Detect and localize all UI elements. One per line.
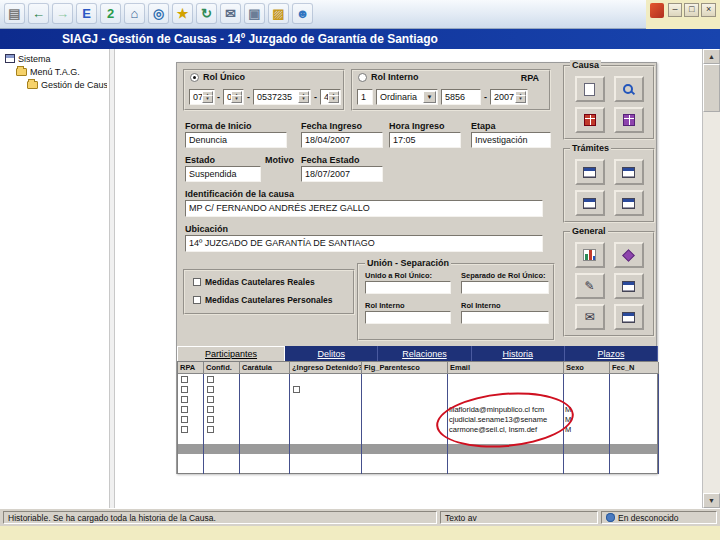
etapa-field[interactable]: Investigación [471,132,551,148]
tramite-button-2[interactable] [614,159,644,185]
tramite-button-1[interactable] [575,159,605,185]
mail-button[interactable]: ✉ [575,304,605,330]
grid-row-6[interactable]: carmone@seil.cl, lnsm.defM [178,424,657,434]
rol-interno-right-field[interactable] [461,311,549,324]
scroll-up-icon[interactable]: ▲ [703,49,720,64]
grid-row-8[interactable] [178,444,657,454]
print-icon[interactable]: ▣ [244,3,265,24]
red-grid-button[interactable] [575,107,605,133]
edit-button[interactable]: ✎ [575,273,605,299]
rpa-checkbox[interactable] [181,406,188,413]
diamond-button[interactable] [614,242,644,268]
grid-row-9[interactable] [178,454,657,464]
tramite-button-3[interactable] [575,190,605,216]
rol-unico-radio[interactable] [190,73,199,82]
forward-icon[interactable]: → [52,3,73,24]
rol-unico-part4-spinner[interactable]: 4 [320,89,341,105]
minimize-button[interactable]: – [668,3,683,17]
separado-field[interactable] [461,281,549,294]
confid-checkbox[interactable] [207,406,214,413]
app-2-icon[interactable]: 2 [100,3,121,24]
favorites-icon[interactable]: ★ [172,3,193,24]
rol-unico-part1-spinner[interactable]: 07 [189,89,215,105]
tree-item-2[interactable]: Menú T.A.G. [2,65,107,78]
rpa-checkbox[interactable] [181,396,188,403]
messenger-icon[interactable]: ☻ [292,3,313,24]
confid-checkbox[interactable] [207,416,214,423]
app-e-icon[interactable]: E [76,3,97,24]
fecha-ingreso-field[interactable]: 18/04/2007 [301,132,383,148]
scroll-thumb[interactable] [703,64,720,112]
tab-plazos[interactable]: Plazos [565,346,658,361]
history-icon[interactable]: ↻ [196,3,217,24]
column-header-rpa[interactable]: RPA [178,362,204,374]
page-icon[interactable]: ▤ [4,3,25,24]
confid-checkbox[interactable] [207,426,214,433]
confid-checkbox[interactable] [207,386,214,393]
column-header-caratula[interactable]: Carátula [240,362,290,374]
confid-checkbox[interactable] [207,376,214,383]
browser-toolbar: ▤←→E2⌂◎★↻✉▣▨☻ – □ × [0,0,720,29]
column-header-flg[interactable]: Flg_Parentesco [362,362,448,374]
search-icon[interactable]: ◎ [148,3,169,24]
rpa-checkbox[interactable] [181,426,188,433]
column-header-fec[interactable]: Fec_N [610,362,659,374]
grid-row-5[interactable]: cjudicial.sename13@senameM [178,414,657,424]
rol-interno-num-field[interactable]: 5856 [441,89,481,105]
column-header-email[interactable]: Email [448,362,564,374]
anio-spinner[interactable]: 2007 [490,89,528,105]
folder-icon[interactable]: ▨ [268,3,289,24]
medidas-personales-checkbox[interactable] [193,296,201,304]
vertical-scrollbar[interactable]: ▲ ▼ [702,49,720,508]
unido-field[interactable] [365,281,451,294]
grid-button[interactable] [614,273,644,299]
rol-unico-part3-spinner[interactable]: 0537235 [253,89,311,105]
grid-row-1[interactable] [178,374,657,384]
home-icon[interactable]: ⌂ [124,3,145,24]
splitter[interactable] [109,49,115,508]
grid-row-7[interactable] [178,434,657,444]
grid-row-2[interactable] [178,384,657,394]
confid-checkbox[interactable] [207,396,214,403]
rol-interno-left-field[interactable] [365,311,451,324]
rol-interno-radio[interactable] [358,73,367,82]
detenido-checkbox[interactable] [293,386,300,393]
tramite-button-4[interactable] [614,190,644,216]
tipo-causa-dropdown[interactable]: Ordinaria [376,89,438,105]
rol-interno-seq-field[interactable]: 1 [357,89,373,105]
new-doc-button[interactable] [575,76,605,102]
identificacion-field[interactable]: MP C/ FERNANDO ANDRÉS JEREZ GALLO [185,200,543,217]
search-causa-button[interactable] [614,76,644,102]
tree-item-3[interactable]: Gestión de Causas [2,78,107,91]
scroll-down-icon[interactable]: ▼ [703,493,720,508]
column-header-detenido[interactable]: ¿Ingreso Detenido? [290,362,362,374]
hora-ingreso-field[interactable]: 17:05 [389,132,461,148]
restore-button[interactable]: □ [684,3,699,17]
fecha-estado-field[interactable]: 18/07/2007 [301,166,383,182]
medidas-reales-checkbox[interactable] [193,278,201,286]
column-header-sexo[interactable]: Sexo [564,362,610,374]
back-icon[interactable]: ← [28,3,49,24]
rpa-checkbox[interactable] [181,386,188,393]
cell-fec [610,454,659,464]
grid-row-10[interactable] [178,464,657,474]
list-button[interactable] [614,304,644,330]
column-header-confid[interactable]: Confid. [204,362,240,374]
tab-relaciones[interactable]: Relaciones [378,346,471,361]
chart-button[interactable] [575,242,605,268]
rol-unico-part2-spinner[interactable]: 0 [223,89,244,105]
purple-grid-button[interactable] [614,107,644,133]
tab-historia[interactable]: Historia [472,346,565,361]
estado-field[interactable]: Suspendida [185,166,261,182]
tab-delitos[interactable]: Delitos [285,346,378,361]
forma-inicio-field[interactable]: Denuncia [185,132,287,148]
rpa-checkbox[interactable] [181,376,188,383]
close-button[interactable]: × [701,3,716,17]
tree-item-1[interactable]: Sistema [2,52,107,65]
tab-participantes[interactable]: Participantes [177,346,285,361]
mail-icon[interactable]: ✉ [220,3,241,24]
grid-row-3[interactable] [178,394,657,404]
ubicacion-field[interactable]: 14º JUZGADO DE GARANTÍA DE SANTIAGO [185,235,543,252]
grid-row-4[interactable]: fllaflorida@minpublico.cl fcmM [178,404,657,414]
rpa-checkbox[interactable] [181,416,188,423]
